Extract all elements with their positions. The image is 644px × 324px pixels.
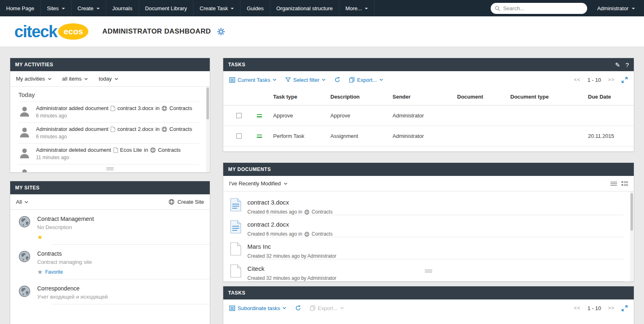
favorite-star-icon[interactable]: ★: [37, 234, 43, 240]
chevron-down-icon: [340, 307, 344, 309]
expand-fullscreen-icon[interactable]: [622, 77, 628, 83]
panel-title: TASKS: [228, 290, 245, 296]
sites-filter-dropdown[interactable]: All: [16, 199, 28, 205]
select-filter-dropdown[interactable]: Select filter: [285, 77, 325, 83]
citeck-ecos-logo[interactable]: citeck ecos: [14, 23, 88, 40]
expand-fullscreen-icon[interactable]: [622, 305, 628, 311]
nav-sites[interactable]: Sites: [41, 0, 72, 16]
nav-more[interactable]: More...: [339, 0, 375, 16]
nav-create-task[interactable]: Create Task: [193, 0, 240, 16]
documents-list: contract 3.docx Created 6 minutes ago in…: [223, 191, 634, 281]
chevron-down-icon: [379, 79, 383, 81]
nav-label: Create Task: [200, 5, 228, 11]
site-name-link[interactable]: Contract Management: [37, 216, 94, 222]
activity-time: 6 minutes ago: [36, 113, 192, 119]
activity-document-link[interactable]: Ecos Lite: [120, 147, 142, 153]
export-dropdown-disabled: Export...: [310, 305, 343, 311]
documents-scrollbar[interactable]: [630, 191, 633, 281]
list-icon: [229, 306, 235, 311]
activities-range-dropdown[interactable]: today: [99, 76, 118, 82]
scrollbar-thumb[interactable]: [631, 193, 633, 231]
priority-medium-icon: [257, 135, 262, 138]
nav-create[interactable]: Create: [72, 0, 106, 16]
activity-site-link[interactable]: Contracts: [169, 105, 192, 111]
site-globe-icon: [18, 250, 31, 263]
activity-site-link[interactable]: Contracts: [158, 147, 181, 153]
row-checkbox[interactable]: [236, 133, 242, 139]
document-name-link[interactable]: contract 2.docx: [247, 220, 332, 229]
document-name-link[interactable]: Citeck: [247, 264, 336, 273]
panel-resize-grip[interactable]: [106, 166, 114, 171]
chevron-down-icon: [365, 8, 368, 9]
nav-organizational-structure[interactable]: Organizational structure: [270, 0, 339, 16]
pagination-prev[interactable]: <<: [574, 77, 581, 83]
document-item[interactable]: contract 3.docx Created 6 minutes ago in…: [223, 193, 634, 215]
favorite-label[interactable]: Favorite: [45, 269, 63, 275]
table-row[interactable]: Approve Approve Administrator: [223, 106, 634, 126]
nav-home-page[interactable]: Home Page: [0, 0, 41, 16]
table-row[interactable]: Perform Task Assignment Administrator 20…: [223, 126, 634, 146]
pagination-next[interactable]: >>: [608, 305, 615, 311]
dropdown-label: Select filter: [293, 77, 319, 83]
detailed-view-icon[interactable]: [622, 181, 628, 186]
dropdown-label: Export...: [357, 77, 377, 83]
scrollbar-thumb[interactable]: [206, 88, 209, 119]
globe-icon: [162, 126, 167, 132]
favorite-star-icon[interactable]: ★: [37, 269, 43, 275]
simple-view-icon[interactable]: [610, 181, 617, 186]
activities-scrollbar[interactable]: [206, 87, 209, 172]
chevron-down-icon: [114, 78, 118, 80]
document-site-link[interactable]: Contracts: [312, 231, 332, 237]
export-dropdown[interactable]: Export...: [349, 77, 383, 83]
nav-document-library[interactable]: Document Library: [139, 0, 194, 16]
tasks-table: Task type Description Sender Document Do…: [223, 88, 634, 151]
document-name-link[interactable]: Mars Inc: [247, 242, 336, 251]
activity-item: Administrator deleted document Ecos Lite…: [18, 143, 199, 164]
my-sites-panel: MY SITES All Create Site Contract Manage…: [10, 181, 210, 324]
search-input[interactable]: [503, 5, 583, 11]
help-icon[interactable]: ?: [626, 62, 629, 68]
refresh-icon[interactable]: [295, 305, 301, 311]
chevron-down-icon: [273, 79, 276, 81]
create-site-label: Create Site: [177, 199, 204, 205]
activity-joiner: in: [144, 147, 148, 153]
refresh-icon[interactable]: [334, 77, 340, 83]
user-menu[interactable]: Administrator: [597, 5, 635, 11]
site-name-link[interactable]: Contracts: [37, 250, 92, 257]
pagination-next[interactable]: >>: [608, 77, 615, 83]
task-filter-dropdown[interactable]: Subordinate tasks: [229, 305, 286, 311]
cell-description: Approve: [327, 112, 389, 119]
pagination-range: 1 - 10: [588, 77, 601, 83]
gear-icon[interactable]: [217, 28, 225, 36]
activity-document-link[interactable]: contract 3.docx: [117, 105, 153, 111]
document-name-link[interactable]: contract 3.docx: [247, 198, 332, 207]
site-name-link[interactable]: Correspondence: [37, 285, 108, 292]
user-avatar: [18, 168, 31, 172]
nav-journals[interactable]: Journals: [106, 0, 139, 16]
site-item: Contract Management No Description ★: [10, 210, 210, 245]
search-box[interactable]: [491, 3, 587, 14]
activities-scope-dropdown[interactable]: My activities: [16, 76, 52, 82]
panel-resize-grip[interactable]: [425, 269, 432, 273]
panel-title: TASKS: [228, 62, 245, 68]
document-item[interactable]: contract 2.docx Created 6 minutes ago in…: [223, 215, 634, 237]
nav-guides[interactable]: Guides: [240, 0, 270, 16]
row-checkbox[interactable]: [236, 113, 242, 118]
task-filter-dropdown[interactable]: Current Tasks: [229, 77, 276, 83]
document-site-link[interactable]: Contracts: [312, 209, 332, 215]
tasks-toolbar: Current Tasks Select filter Export...: [223, 71, 634, 88]
page-title: ADMINISTRATOR DASHBOARD: [102, 27, 211, 36]
edit-pencil-icon[interactable]: ✎: [615, 62, 620, 68]
create-site-button[interactable]: Create Site: [168, 199, 204, 205]
activity-site-link[interactable]: Contracts: [169, 126, 192, 132]
site-description: Contract managing site: [37, 259, 92, 265]
document-icon: [110, 126, 115, 132]
activities-group-label: Today: [18, 88, 199, 101]
activity-document-link[interactable]: contract 2.docx: [117, 126, 153, 132]
documents-filter-dropdown[interactable]: I've Recently Modified: [229, 180, 287, 187]
activities-items-dropdown[interactable]: all items: [62, 76, 88, 82]
document-item[interactable]: Mars Inc Created 32 minutes ago by Admin…: [223, 237, 634, 259]
top-navigation: Home Page Sites Create Journals Document…: [0, 0, 644, 16]
pagination-prev[interactable]: <<: [574, 305, 581, 311]
pagination-range: 1 - 10: [588, 305, 601, 311]
